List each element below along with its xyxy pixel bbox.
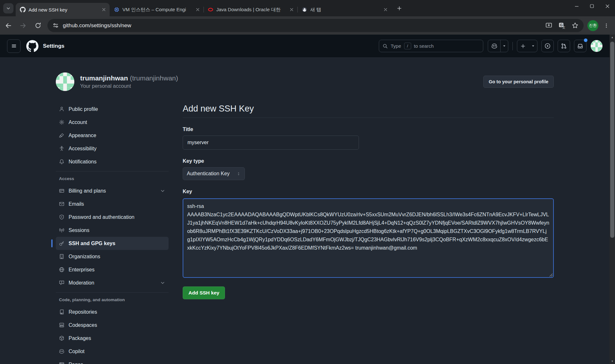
sidebar-item-codespaces[interactable]: Codespaces: [56, 318, 169, 332]
plus-icon: [520, 44, 526, 49]
tab-close-button[interactable]: [288, 6, 295, 13]
profile-avatar[interactable]: [56, 72, 74, 91]
sidebar-item-ssh-and-gpg-keys[interactable]: SSH and GPG keys: [56, 237, 169, 250]
browser-tab-vm-compute-engi[interactable]: VM 인스턴스 – Compute Engi: [110, 3, 204, 16]
create-new-menu-button[interactable]: [529, 40, 537, 52]
chevron-down-icon: [160, 188, 165, 194]
key-type-label: Key type: [183, 158, 554, 164]
close-window-button[interactable]: [600, 0, 615, 12]
github-favicon-icon: [20, 7, 26, 12]
report-icon: [59, 280, 64, 285]
sidebar-item-pages[interactable]: Pages: [56, 358, 169, 364]
global-search-input[interactable]: Type / to search: [379, 40, 483, 52]
sidebar-section-access: Access: [59, 176, 169, 181]
forward-icon: [20, 22, 27, 29]
sidebar-divider: [56, 171, 169, 171]
copilot-menu-button[interactable]: [500, 40, 508, 52]
user-avatar[interactable]: [591, 40, 603, 52]
title-input[interactable]: [183, 136, 359, 150]
issues-button[interactable]: [541, 40, 554, 52]
url-text[interactable]: github.com/settings/ssh/new: [63, 22, 131, 29]
sidebar-item-repositories[interactable]: Repositories: [56, 305, 169, 318]
sidebar-item-public-profile[interactable]: Public profile: [56, 103, 169, 116]
sidebar-item-copilot[interactable]: Copilot: [56, 345, 169, 358]
svg-text:文: 文: [562, 26, 565, 29]
sidebar-section-code-planning-and-automation: Code, planning, and automation: [59, 297, 169, 302]
global-nav-menu-button[interactable]: [7, 39, 21, 53]
resize-grip-icon[interactable]: [549, 273, 553, 277]
bookmark-star-icon[interactable]: [572, 22, 578, 29]
browser-scrollbar[interactable]: ▲ ▼: [610, 35, 615, 364]
chevron-down-icon: [531, 44, 535, 48]
sidebar-divider: [56, 292, 169, 293]
sidebar-item-account[interactable]: Account: [56, 116, 169, 129]
install-app-icon[interactable]: [545, 22, 552, 29]
browser-tab-java-downloads-oracle[interactable]: Java Downloads | Oracle 대한: [204, 3, 297, 16]
reload-icon: [35, 22, 41, 29]
site-info-icon[interactable]: [53, 22, 59, 29]
profile-subtitle: Your personal account: [80, 83, 178, 89]
translate-icon[interactable]: G文: [559, 22, 565, 29]
sidebar-item-label: Codespaces: [69, 322, 97, 328]
sidebar-item-notifications[interactable]: Notifications: [56, 155, 169, 168]
tab-close-button[interactable]: [100, 6, 107, 13]
sidebar-item-organizations[interactable]: Organizations: [56, 250, 169, 263]
settings-content: trumanjinhwan (trumanjinhwan) Your perso…: [0, 58, 610, 364]
copilot-chat-button[interactable]: [488, 40, 500, 52]
scroll-down-arrow-icon[interactable]: ▼: [610, 359, 615, 364]
reload-button[interactable]: [31, 19, 44, 32]
maximize-button[interactable]: [584, 0, 600, 12]
forward-button[interactable]: [17, 19, 29, 32]
profile-header: trumanjinhwan (trumanjinhwan) Your perso…: [56, 72, 554, 91]
browser-profile-avatar[interactable]: 진환: [587, 20, 598, 31]
browser-tab-add-new-ssh-key[interactable]: Add new SSH key: [16, 3, 110, 16]
notifications-inbox-button[interactable]: [574, 40, 586, 52]
key-textarea[interactable]: ssh-rsa AAAAB3NzaC1yc2EAAAADAQABAAABgQDW…: [183, 198, 554, 278]
sidebar-item-label: Copilot: [69, 349, 85, 354]
window-controls: [569, 0, 615, 12]
sidebar-item-packages[interactable]: Packages: [56, 332, 169, 345]
git-pull-request-icon: [561, 43, 567, 49]
tab-search-button[interactable]: [3, 3, 13, 13]
pull-requests-button[interactable]: [558, 40, 570, 52]
create-new-plus-button[interactable]: [517, 40, 529, 52]
address-bar[interactable]: github.com/settings/ssh/new G文: [47, 19, 584, 32]
new-tab-button[interactable]: [395, 4, 404, 13]
browser-tab-[interactable]: 새 탭: [297, 3, 391, 16]
repo-icon: [59, 309, 64, 315]
sidebar-item-appearance[interactable]: Appearance: [56, 129, 169, 142]
close-icon: [605, 4, 610, 8]
sidebar-item-password-and-authentication[interactable]: Password and authentication: [56, 211, 169, 224]
tab-close-button[interactable]: [382, 6, 389, 13]
profile-names: trumanjinhwan (trumanjinhwan) Your perso…: [80, 74, 178, 89]
github-mark-icon: [26, 40, 38, 52]
sidebar-item-label: Notifications: [69, 159, 96, 165]
profile-display-name: trumanjinhwan: [80, 74, 128, 82]
sidebar-item-emails[interactable]: Emails: [56, 197, 169, 211]
codespaces-icon: [59, 322, 64, 328]
sidebar-item-moderation[interactable]: Moderation: [56, 276, 169, 289]
package-icon: [59, 335, 64, 341]
sidebar-item-label: Enterprises: [69, 267, 95, 273]
chevron-down-icon: [6, 6, 11, 11]
person-icon: [59, 106, 64, 112]
scroll-up-arrow-icon[interactable]: ▲: [610, 35, 615, 40]
copilot-icon: [491, 43, 497, 49]
github-logo[interactable]: [26, 40, 38, 52]
key-type-select[interactable]: Authentication Key: [183, 167, 245, 180]
sidebar-item-accessibility[interactable]: Accessibility: [56, 142, 169, 155]
back-button[interactable]: [2, 19, 15, 32]
sidebar-item-billing-and-plans[interactable]: Billing and plans: [56, 184, 169, 197]
minimize-button[interactable]: [569, 0, 584, 12]
tab-strip: Add new SSH keyVM 인스턴스 – Compute EngiJav…: [16, 3, 391, 16]
browser-menu-button[interactable]: [601, 20, 612, 31]
sidebar-item-sessions[interactable]: Sessions: [56, 224, 169, 237]
go-to-profile-button[interactable]: Go to your personal profile: [483, 76, 554, 88]
sidebar-item-label: Password and authentication: [69, 214, 134, 220]
tab-close-button[interactable]: [194, 6, 201, 13]
gear-icon: [59, 120, 64, 125]
add-ssh-key-button[interactable]: Add SSH key: [183, 286, 225, 299]
scrollbar-thumb[interactable]: [610, 42, 614, 238]
sidebar-item-enterprises[interactable]: Enterprises: [56, 263, 169, 276]
sidebar-item-label: Organizations: [69, 254, 100, 260]
